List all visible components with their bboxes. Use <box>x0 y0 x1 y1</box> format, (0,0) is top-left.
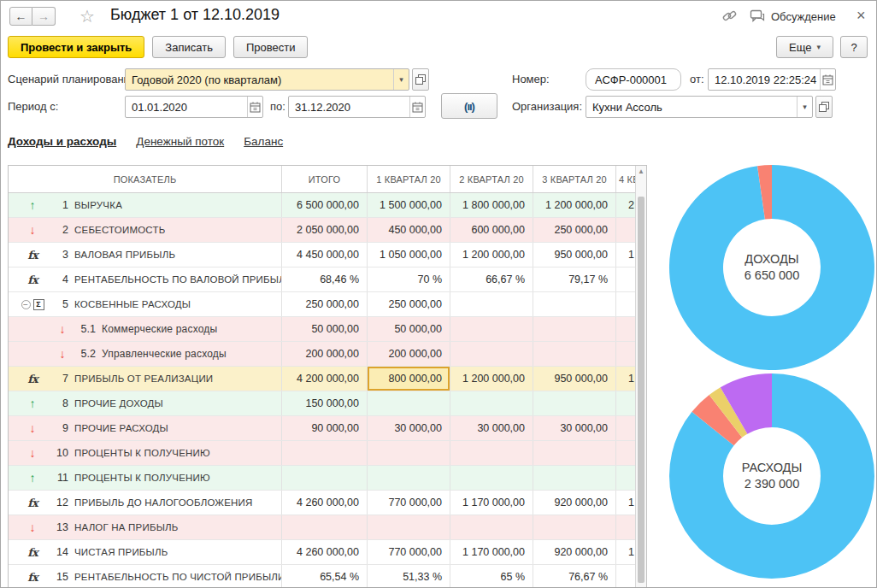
value-cell[interactable]: 200 000,00 <box>282 342 368 366</box>
value-cell[interactable]: 6 500 000,00 <box>282 193 368 217</box>
scenario-field[interactable]: Годовой 2020 (по кварталам) ▾ <box>125 68 409 91</box>
value-cell[interactable]: 250 000,00 <box>282 292 368 316</box>
value-cell[interactable] <box>533 441 616 465</box>
organization-field[interactable]: Кухни Ассоль ▾ <box>586 96 813 118</box>
table-row[interactable]: ↑1ВЫРУЧКА6 500 000,001 500 000,001 800 0… <box>9 193 635 218</box>
value-cell[interactable] <box>368 515 450 539</box>
period-to-field[interactable]: 31.12.2020 <box>288 96 426 118</box>
indicator-cell[interactable]: fx7ПРИБЫЛЬ ОТ РЕАЛИЗАЦИИ <box>9 367 282 391</box>
value-cell[interactable]: 950 000,00 <box>533 367 616 391</box>
indicator-cell[interactable]: ↑8ПРОЧИЕ ДОХОДЫ <box>9 391 282 415</box>
value-cell[interactable]: 79,17 % <box>533 268 616 291</box>
value-cell[interactable]: 1 250 000,00 <box>616 367 635 391</box>
value-cell[interactable]: 4 200 000,00 <box>282 367 368 391</box>
favorite-star-icon[interactable]: ☆ <box>79 6 95 26</box>
value-cell[interactable] <box>616 292 635 316</box>
value-cell[interactable]: 68,46 % <box>282 268 368 291</box>
selected-value-cell[interactable]: 800 000,00 <box>368 367 450 391</box>
value-cell[interactable]: 1 050 000,00 <box>368 243 450 267</box>
indicator-cell[interactable]: fx14ЧИСТАЯ ПРИБЫЛЬ <box>9 540 282 564</box>
value-cell[interactable]: 770 000,00 <box>368 540 450 564</box>
table-row[interactable]: fx12ПРИБЫЛЬ ДО НАЛОГООБЛОЖЕНИЯ4 260 000,… <box>9 491 635 515</box>
table-row[interactable]: fx14ЧИСТАЯ ПРИБЫЛЬ4 260 000,00770 000,00… <box>9 540 635 565</box>
column-header-2[interactable]: 1 КВАРТАЛ 20 <box>368 166 450 192</box>
value-cell[interactable] <box>282 441 368 465</box>
indicator-cell[interactable]: −Σ5КОСВЕННЫЕ РАСХОДЫ <box>9 292 282 316</box>
value-cell[interactable]: 50 000,00 <box>282 317 368 341</box>
value-cell[interactable] <box>450 391 533 415</box>
value-cell[interactable]: 770 000,00 <box>368 491 450 514</box>
vertical-scrollbar[interactable]: ▲ <box>635 166 646 588</box>
value-cell[interactable]: 1 200 000,00 <box>450 243 533 267</box>
value-cell[interactable]: 920 000,00 <box>533 491 616 514</box>
indicator-cell[interactable]: ↓9ПРОЧИЕ РАСХОДЫ <box>9 416 282 440</box>
value-cell[interactable]: 65 % <box>450 565 533 588</box>
discussion-icon[interactable] <box>750 9 765 26</box>
value-cell[interactable]: 51,33 % <box>368 565 450 588</box>
organization-dropdown-icon[interactable]: ▾ <box>797 97 812 117</box>
value-cell[interactable]: 950 000,00 <box>533 243 616 267</box>
value-cell[interactable] <box>450 292 533 316</box>
more-button[interactable]: Еще▾ <box>776 36 833 58</box>
value-cell[interactable]: 1 200 000,00 <box>533 193 616 217</box>
save-button[interactable]: Записать <box>152 36 226 58</box>
value-cell[interactable] <box>450 317 533 341</box>
value-cell[interactable]: 1 170 000,00 <box>450 491 533 514</box>
value-cell[interactable]: 1 250 000,00 <box>616 243 635 267</box>
value-cell[interactable] <box>368 466 450 490</box>
value-cell[interactable]: 920 000,00 <box>533 540 616 564</box>
post-button[interactable]: Провести <box>233 36 309 58</box>
value-cell[interactable]: 600 000,00 <box>450 218 533 242</box>
number-value[interactable]: АСФР-000001 <box>586 74 680 86</box>
value-cell[interactable] <box>368 441 450 465</box>
period-to-value[interactable]: 31.12.2020 <box>289 101 409 114</box>
value-cell[interactable]: 750 000,00 <box>616 218 635 242</box>
indicator-cell[interactable]: ↑1ВЫРУЧКА <box>9 193 282 217</box>
post-and-close-button[interactable]: Провести и закрыть <box>8 36 144 58</box>
value-cell[interactable] <box>533 342 616 366</box>
table-row[interactable]: ↓10ПРОЦЕНТЫ К ПОЛУЧЕНИЮ <box>9 441 635 466</box>
tab-1[interactable]: Денежный поток <box>136 135 224 148</box>
column-header-1[interactable]: ИТОГО <box>282 166 368 192</box>
scenario-dropdown-icon[interactable]: ▾ <box>393 69 409 90</box>
value-cell[interactable] <box>616 268 635 291</box>
value-cell[interactable]: 1 170 000,00 <box>450 540 533 564</box>
value-cell[interactable] <box>533 466 616 490</box>
period-from-field[interactable]: 01.01.2020 <box>125 96 263 118</box>
value-cell[interactable]: 30 000,00 <box>368 416 450 440</box>
value-cell[interactable] <box>368 391 450 415</box>
value-cell[interactable] <box>533 292 616 316</box>
organization-value[interactable]: Кухни Ассоль <box>586 101 797 114</box>
table-row[interactable]: fx3ВАЛОВАЯ ПРИБЫЛЬ4 450 000,001 050 000,… <box>9 243 635 268</box>
organization-open-button[interactable] <box>815 96 833 118</box>
value-cell[interactable] <box>450 466 533 490</box>
indicator-cell[interactable]: ↓10ПРОЦЕНТЫ К ПОЛУЧЕНИЮ <box>9 441 282 465</box>
period-choice-button[interactable]: (ıı) <box>441 93 497 119</box>
value-cell[interactable] <box>616 342 635 366</box>
value-cell[interactable] <box>533 515 616 539</box>
value-cell[interactable]: 450 000,00 <box>368 218 450 242</box>
value-cell[interactable] <box>450 441 533 465</box>
back-button[interactable]: ← <box>9 7 32 26</box>
value-cell[interactable]: 1 200 000,00 <box>450 367 533 391</box>
value-cell[interactable] <box>282 466 368 490</box>
value-cell[interactable]: 1 400 000,00 <box>616 540 635 564</box>
close-icon[interactable]: × <box>856 7 866 25</box>
calendar-icon[interactable] <box>247 97 262 117</box>
column-header-4[interactable]: 3 КВАРТАЛ 20 <box>533 166 616 192</box>
discussion-label[interactable]: Обсуждение <box>771 10 836 23</box>
value-cell[interactable]: 150 000,00 <box>616 391 635 415</box>
date-value[interactable]: 12.10.2019 22:25:24 <box>709 74 820 86</box>
column-header-5[interactable]: 4 КВ <box>616 166 635 192</box>
value-cell[interactable]: 90 000,00 <box>282 416 368 440</box>
scroll-up-icon[interactable]: ▲ <box>636 168 646 175</box>
value-cell[interactable]: 70 % <box>368 268 450 291</box>
indicator-cell[interactable]: fx3ВАЛОВАЯ ПРИБЫЛЬ <box>9 243 282 267</box>
forward-button[interactable]: → <box>32 7 56 26</box>
period-from-value[interactable]: 01.01.2020 <box>126 101 247 114</box>
value-cell[interactable]: 250 000,00 <box>368 292 450 316</box>
value-cell[interactable]: 4 450 000,00 <box>282 243 368 267</box>
value-cell[interactable]: 76,67 % <box>533 565 616 588</box>
value-cell[interactable] <box>616 416 635 440</box>
table-row[interactable]: ↓5.1Коммерческие расходы50 000,0050 000,… <box>9 317 635 342</box>
